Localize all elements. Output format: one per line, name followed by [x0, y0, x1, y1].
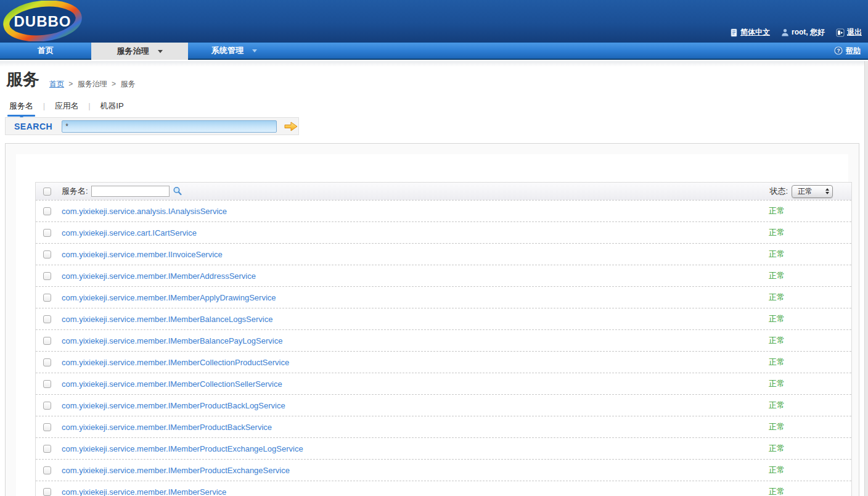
- row-checkbox-cell: [36, 423, 62, 431]
- search-submit-button[interactable]: [284, 121, 298, 132]
- user-greeting-label: root, 您好: [792, 27, 825, 38]
- row-checkbox[interactable]: [43, 402, 51, 410]
- row-checkbox[interactable]: [43, 229, 51, 237]
- table-search-button[interactable]: [173, 186, 182, 196]
- status-badge: 正常: [769, 313, 851, 324]
- status-filter-label: 状态:: [769, 186, 788, 197]
- service-link[interactable]: com.yixiekeji.service.member.IMemberColl…: [62, 358, 289, 367]
- select-all-checkbox[interactable]: [43, 188, 51, 196]
- row-checkbox[interactable]: [43, 423, 51, 431]
- row-checkbox-cell: [36, 445, 62, 453]
- table-row: com.yixiekeji.service.analysis.IAnalysis…: [36, 200, 851, 222]
- table-header-row: 服务名: 状态: 正常: [36, 183, 851, 200]
- search-input[interactable]: [62, 120, 277, 133]
- status-badge: 正常: [769, 270, 851, 281]
- row-checkbox-cell: [36, 250, 62, 258]
- row-checkbox[interactable]: [43, 207, 51, 215]
- status-badge: 正常: [769, 205, 851, 217]
- status-badge: 正常: [769, 400, 851, 411]
- service-link[interactable]: com.yixiekeji.service.member.IMemberProd…: [62, 444, 303, 453]
- row-checkbox[interactable]: [43, 358, 51, 366]
- language-link-label: 简体中文: [740, 27, 770, 38]
- breadcrumb-home-link[interactable]: 首页: [49, 80, 64, 88]
- row-checkbox[interactable]: [43, 272, 51, 280]
- row-checkbox-cell: [36, 380, 62, 388]
- select-all-cell: [36, 188, 62, 196]
- row-checkbox[interactable]: [43, 250, 51, 258]
- logo-text: DUBBO: [14, 13, 72, 30]
- user-info: root, 您好: [781, 27, 825, 38]
- dubbo-logo: DUBBO: [1, 1, 84, 41]
- nav-tab-system-management-label: 系统管理: [211, 45, 244, 56]
- help-button[interactable]: ? 帮助: [834, 43, 868, 59]
- service-link[interactable]: com.yixiekeji.service.member.IInvoiceSer…: [62, 250, 223, 259]
- row-checkbox-cell: [36, 315, 62, 323]
- table-row: com.yixiekeji.service.member.IMemberProd…: [36, 460, 851, 481]
- status-badge: 正常: [769, 421, 851, 432]
- service-link[interactable]: com.yixiekeji.service.member.IMemberProd…: [62, 466, 290, 475]
- row-checkbox[interactable]: [43, 337, 51, 345]
- row-checkbox[interactable]: [43, 466, 51, 474]
- top-bar: DUBBO 简体中文 root, 您好 退出: [0, 0, 868, 42]
- user-icon: [781, 28, 789, 36]
- search-mode-tabs: 服务名 | 应用名 | 机器IP: [9, 101, 124, 112]
- tab-machine-ip[interactable]: 机器IP: [100, 101, 123, 112]
- service-link[interactable]: com.yixiekeji.service.member.IMemberColl…: [62, 379, 282, 389]
- row-checkbox-cell: [36, 294, 62, 302]
- tab-service-name[interactable]: 服务名: [9, 101, 33, 112]
- row-checkbox[interactable]: [43, 380, 51, 388]
- document-icon: [730, 28, 738, 37]
- breadcrumb: 首页 > 服务治理 > 服务: [49, 79, 135, 89]
- service-link[interactable]: com.yixiekeji.service.member.IMemberProd…: [62, 423, 272, 432]
- table-row: com.yixiekeji.service.member.IMemberColl…: [36, 352, 851, 373]
- status-badge: 正常: [769, 292, 851, 303]
- service-link[interactable]: com.yixiekeji.service.cart.ICartService: [62, 228, 197, 238]
- logout-link-label: 退出: [847, 27, 862, 38]
- row-checkbox[interactable]: [43, 294, 51, 302]
- status-badge: 正常: [769, 486, 851, 496]
- breadcrumb-separator: >: [112, 80, 116, 88]
- row-checkbox[interactable]: [43, 488, 51, 496]
- service-link[interactable]: com.yixiekeji.service.member.IMemberAppl…: [62, 293, 276, 302]
- row-checkbox[interactable]: [43, 445, 51, 453]
- browser-scrollbar[interactable]: [864, 61, 868, 496]
- table-row: com.yixiekeji.service.member.IMemberProd…: [36, 395, 851, 416]
- row-checkbox[interactable]: [43, 315, 51, 323]
- logout-button[interactable]: 退出: [836, 27, 862, 38]
- service-link[interactable]: com.yixiekeji.service.member.IMemberBala…: [62, 336, 282, 345]
- search-label: SEARCH: [14, 122, 52, 131]
- service-link[interactable]: com.yixiekeji.service.analysis.IAnalysis…: [62, 207, 227, 216]
- table-row: com.yixiekeji.service.member.IMemberServ…: [36, 481, 851, 496]
- chevron-down-icon: [252, 49, 257, 52]
- select-stepper-icon: [824, 188, 832, 194]
- status-badge: 正常: [769, 378, 851, 389]
- service-link[interactable]: com.yixiekeji.service.member.IMemberAddr…: [62, 271, 256, 281]
- tab-separator: |: [88, 101, 90, 110]
- services-panel: 服务名: 状态: 正常: [5, 143, 859, 496]
- service-link[interactable]: com.yixiekeji.service.member.IMemberBala…: [62, 315, 272, 324]
- status-badge: 正常: [769, 227, 851, 238]
- row-checkbox-cell: [36, 402, 62, 410]
- page-title: 服务: [6, 68, 39, 91]
- tab-application-name[interactable]: 应用名: [55, 101, 79, 112]
- service-link[interactable]: com.yixiekeji.service.member.IMemberServ…: [62, 487, 226, 496]
- main-nav: 首页 服务治理 系统管理 ? 帮助: [0, 42, 868, 60]
- nav-tab-system-management[interactable]: 系统管理: [188, 43, 280, 59]
- arrow-right-icon: [284, 121, 298, 132]
- tab-separator: |: [43, 101, 45, 110]
- table-row: com.yixiekeji.service.member.IMemberProd…: [36, 438, 851, 460]
- status-badge: 正常: [769, 357, 851, 368]
- row-checkbox-cell: [36, 229, 62, 237]
- status-filter-group: 状态: 正常: [769, 185, 833, 198]
- search-bar: SEARCH: [5, 117, 299, 135]
- chevron-down-icon: [158, 50, 163, 53]
- nav-tab-home[interactable]: 首页: [0, 43, 91, 59]
- nav-tab-service-governance[interactable]: 服务治理: [91, 43, 188, 60]
- table-row: com.yixiekeji.service.member.IMemberAddr…: [36, 265, 851, 287]
- language-switch[interactable]: 简体中文: [730, 27, 770, 38]
- row-checkbox-cell: [36, 466, 62, 474]
- status-select[interactable]: 正常: [792, 185, 833, 198]
- service-name-filter-input[interactable]: [91, 186, 170, 197]
- row-checkbox-cell: [36, 337, 62, 345]
- service-link[interactable]: com.yixiekeji.service.member.IMemberProd…: [62, 401, 285, 410]
